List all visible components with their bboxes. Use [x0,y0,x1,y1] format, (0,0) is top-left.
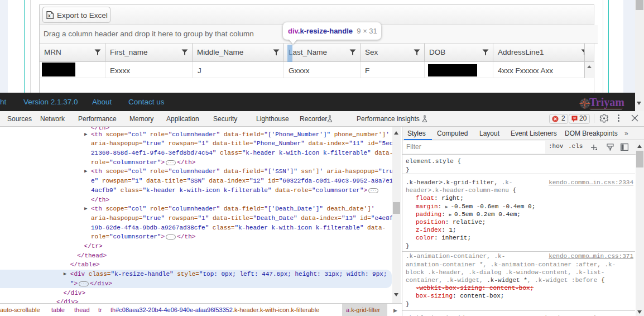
svg-text:x: x [48,13,51,18]
